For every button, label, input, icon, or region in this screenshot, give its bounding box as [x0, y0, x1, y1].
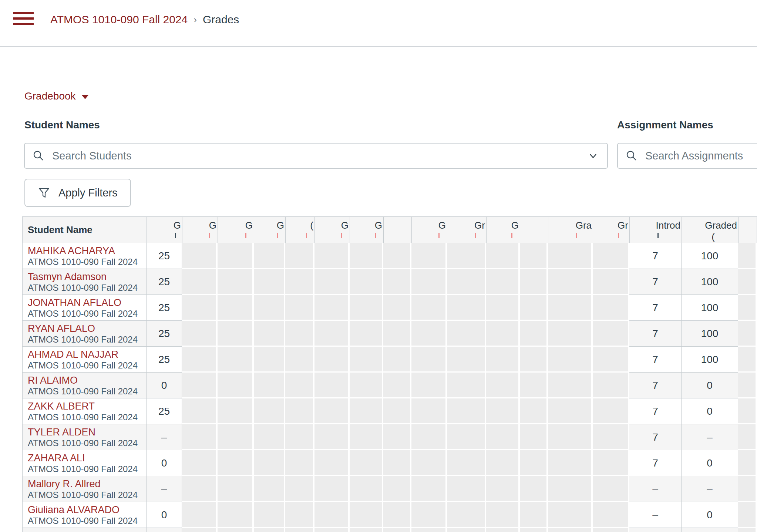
grade-cell-assign-4[interactable] [285, 295, 314, 321]
grade-cell-assign-9[interactable] [447, 528, 486, 532]
grade-cell-grade-col-1[interactable]: 25 [147, 269, 182, 295]
grade-cell-introduction[interactable]: 7 [629, 321, 682, 347]
column-header-introduction[interactable]: Introd [629, 216, 682, 243]
grade-cell-assign-12[interactable] [548, 321, 593, 347]
grade-cell-introduction[interactable]: 7 [629, 398, 682, 424]
grade-cell-graded[interactable]: 100 [682, 321, 738, 347]
grade-cell-assign-14[interactable] [738, 347, 757, 373]
grade-cell-assign-8[interactable] [411, 528, 447, 532]
grade-cell-assign-7[interactable] [383, 347, 411, 373]
student-name-link[interactable]: JONATHAN AFLALO [28, 297, 146, 309]
column-header-student-name[interactable]: Student Name [22, 216, 147, 243]
grade-cell-assign-13[interactable] [593, 424, 629, 450]
student-name-link[interactable]: ZAKK ALBERT [28, 400, 146, 412]
grade-cell-assign-6[interactable] [350, 528, 383, 532]
hamburger-menu-icon[interactable] [13, 12, 34, 26]
grade-cell-assign-1[interactable] [182, 398, 218, 424]
grade-cell-assign-10[interactable] [486, 373, 520, 398]
column-header-assign-10[interactable]: G [486, 216, 520, 243]
column-header-assign-2[interactable]: G [218, 216, 254, 243]
grade-cell-assign-2[interactable] [218, 424, 254, 450]
grade-cell-assign-4[interactable] [285, 347, 314, 373]
grade-cell-assign-3[interactable] [254, 424, 285, 450]
grade-cell-assign-5[interactable] [314, 502, 350, 528]
grade-cell-assign-5[interactable] [314, 373, 350, 398]
grade-cell-grade-col-1[interactable]: 0 [147, 373, 182, 398]
grade-cell-assign-6[interactable] [350, 398, 383, 424]
grade-cell-assign-14[interactable] [738, 269, 757, 295]
grade-cell-assign-4[interactable] [285, 373, 314, 398]
column-header-assign-14[interactable] [738, 216, 757, 243]
grade-cell-assign-13[interactable] [593, 476, 629, 502]
grade-cell-assign-2[interactable] [218, 295, 254, 321]
student-name-link[interactable]: Giuliana ALVARADO [28, 504, 146, 516]
grade-cell-assign-3[interactable] [254, 373, 285, 398]
grade-cell-graded[interactable] [682, 528, 738, 532]
grade-cell-assign-5[interactable] [314, 424, 350, 450]
grade-cell-grade-col-1[interactable]: 25 [147, 347, 182, 373]
grade-cell-assign-5[interactable] [314, 269, 350, 295]
grade-cell-assign-10[interactable] [486, 243, 520, 269]
grade-cell-assign-2[interactable] [218, 450, 254, 476]
grade-cell-assign-7[interactable] [383, 424, 411, 450]
grade-cell-assign-3[interactable] [254, 476, 285, 502]
grade-cell-assign-11[interactable] [520, 321, 548, 347]
grade-cell-assign-12[interactable] [548, 424, 593, 450]
grade-cell-assign-7[interactable] [383, 243, 411, 269]
grade-cell-assign-2[interactable] [218, 502, 254, 528]
grade-cell-assign-1[interactable] [182, 424, 218, 450]
grade-cell-assign-11[interactable] [520, 398, 548, 424]
grade-cell-assign-12[interactable] [548, 476, 593, 502]
grade-cell-assign-6[interactable] [350, 269, 383, 295]
grade-cell-assign-5[interactable] [314, 450, 350, 476]
grade-cell-graded[interactable]: 0 [682, 450, 738, 476]
grade-cell-introduction[interactable]: 7 [629, 347, 682, 373]
grade-cell-assign-2[interactable] [218, 373, 254, 398]
grade-cell-assign-9[interactable] [447, 243, 486, 269]
grade-cell-assign-1[interactable] [182, 295, 218, 321]
grade-cell-introduction[interactable]: 7 [629, 295, 682, 321]
grade-cell-assign-10[interactable] [486, 502, 520, 528]
grade-cell-assign-5[interactable] [314, 476, 350, 502]
grade-cell-assign-4[interactable] [285, 476, 314, 502]
grade-cell-assign-1[interactable] [182, 373, 218, 398]
student-name-link[interactable]: RI ALAIMO [28, 374, 146, 386]
grade-cell-assign-7[interactable] [383, 295, 411, 321]
grade-cell-assign-4[interactable] [285, 321, 314, 347]
grade-cell-assign-10[interactable] [486, 476, 520, 502]
grade-cell-assign-11[interactable] [520, 295, 548, 321]
grade-cell-grade-col-1[interactable]: 0 [147, 450, 182, 476]
grade-cell-assign-4[interactable] [285, 269, 314, 295]
grade-cell-introduction[interactable]: 7 [629, 243, 682, 269]
grade-cell-assign-14[interactable] [738, 295, 757, 321]
grade-cell-assign-5[interactable] [314, 398, 350, 424]
grade-cell-assign-1[interactable] [182, 476, 218, 502]
grade-cell-grade-col-1[interactable]: 0 [147, 502, 182, 528]
grade-cell-assign-7[interactable] [383, 373, 411, 398]
grade-cell-assign-14[interactable] [738, 398, 757, 424]
grade-cell-assign-7[interactable] [383, 398, 411, 424]
grade-cell-assign-4[interactable] [285, 398, 314, 424]
grade-cell-assign-9[interactable] [447, 295, 486, 321]
grade-cell-assign-11[interactable] [520, 528, 548, 532]
grade-cell-graded[interactable]: 0 [682, 373, 738, 398]
column-header-assign-4[interactable]: ( [285, 216, 314, 243]
grade-cell-assign-14[interactable] [738, 502, 757, 528]
grade-cell-assign-9[interactable] [447, 347, 486, 373]
grade-cell-assign-8[interactable] [411, 373, 447, 398]
grade-cell-graded[interactable]: 0 [682, 502, 738, 528]
grade-cell-assign-7[interactable] [383, 476, 411, 502]
grade-cell-assign-13[interactable] [593, 321, 629, 347]
grade-cell-assign-12[interactable] [548, 243, 593, 269]
grade-cell-assign-6[interactable] [350, 450, 383, 476]
grade-cell-assign-3[interactable] [254, 295, 285, 321]
grade-cell-graded[interactable]: – [682, 476, 738, 502]
column-header-assign-5[interactable]: G [314, 216, 350, 243]
grade-cell-introduction[interactable]: 7 [629, 450, 682, 476]
grade-cell-assign-6[interactable] [350, 295, 383, 321]
grade-cell-assign-10[interactable] [486, 528, 520, 532]
grade-cell-assign-9[interactable] [447, 476, 486, 502]
grade-cell-assign-3[interactable] [254, 450, 285, 476]
grade-cell-grade-col-1[interactable]: – [147, 424, 182, 450]
grade-cell-grade-col-1[interactable]: 25 [147, 295, 182, 321]
